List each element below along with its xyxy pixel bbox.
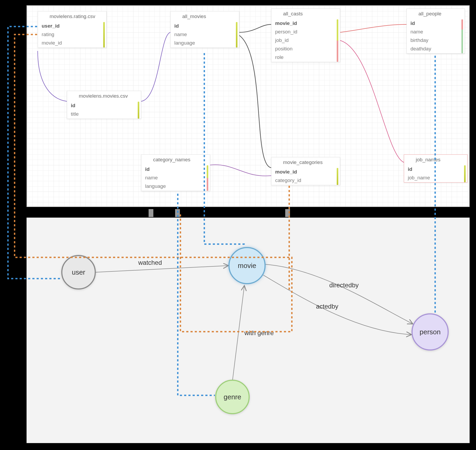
table-title: all_people [407, 9, 465, 19]
field-movie-id: movie_id [271, 19, 340, 28]
node-label: person [419, 328, 441, 336]
field-job-name: job_name [404, 174, 467, 182]
node-label: genre [224, 393, 241, 401]
table-title: job_names [404, 155, 467, 165]
svg-rect-3 [149, 209, 153, 217]
table-all-people[interactable]: all_people id name birthday deathday [406, 8, 465, 54]
node-label: user [72, 268, 85, 276]
svg-rect-4 [285, 209, 290, 217]
table-category-names[interactable]: category_names id name language [141, 154, 210, 191]
field-deathday: deathday [407, 45, 465, 53]
field-name: name [171, 31, 239, 39]
table-title: all_movies [171, 11, 239, 22]
node-label: movie [238, 262, 256, 270]
node-genre[interactable]: genre [215, 380, 250, 414]
field-title: title [67, 110, 141, 119]
field-language: language [171, 39, 239, 47]
field-position: position [271, 45, 340, 53]
svg-rect-2 [175, 209, 180, 217]
field-user-id: user_id [38, 22, 106, 31]
table-job-names[interactable]: job_names id job_name [404, 154, 468, 183]
field-id: id [67, 102, 141, 110]
table-title: all_casts [271, 9, 340, 19]
svg-line-1 [232, 285, 244, 381]
edge-label-watched: watched [138, 259, 162, 266]
graph-panel[interactable]: user movie genre person watched directed… [27, 218, 470, 443]
edge-label-with-genre: with genre [244, 329, 274, 337]
node-person[interactable]: person [412, 313, 449, 351]
table-all-movies[interactable]: all_movies id name language [170, 11, 239, 48]
field-name: name [407, 28, 465, 36]
field-job-id: job_id [271, 36, 340, 45]
field-language: language [141, 182, 210, 191]
node-user[interactable]: user [61, 255, 96, 289]
schema-grid-panel[interactable]: movielens.rating.csv user_id rating movi… [27, 5, 470, 207]
field-id: id [171, 22, 239, 31]
table-title: movielens.movies.csv [67, 91, 141, 102]
edge-label-actedby: actedby [316, 303, 338, 310]
field-category-id: category_id [271, 176, 340, 185]
field-rating: rating [38, 31, 106, 39]
field-movie-id: movie_id [38, 39, 106, 47]
svg-line-0 [96, 266, 228, 272]
table-title: movie_categories [271, 157, 340, 168]
node-movie[interactable]: movie [228, 247, 266, 284]
field-birthday: birthday [407, 36, 465, 45]
field-id: id [404, 165, 467, 174]
table-movie-categories[interactable]: movie_categories movie_id category_id [271, 157, 340, 185]
table-title: movielens.rating.csv [38, 11, 106, 22]
field-name: name [141, 174, 210, 182]
field-role: role [271, 53, 340, 62]
field-person-id: person_id [271, 28, 340, 36]
table-title: category_names [141, 155, 210, 165]
field-id: id [407, 19, 465, 28]
edge-label-directedby: directedby [329, 282, 359, 289]
field-id: id [141, 165, 210, 174]
field-movie-id: movie_id [271, 168, 340, 176]
table-movies-csv[interactable]: movielens.movies.csv id title [67, 91, 141, 119]
table-rating-csv[interactable]: movielens.rating.csv user_id rating movi… [38, 11, 107, 48]
table-all-casts[interactable]: all_casts movie_id person_id job_id posi… [271, 8, 340, 62]
